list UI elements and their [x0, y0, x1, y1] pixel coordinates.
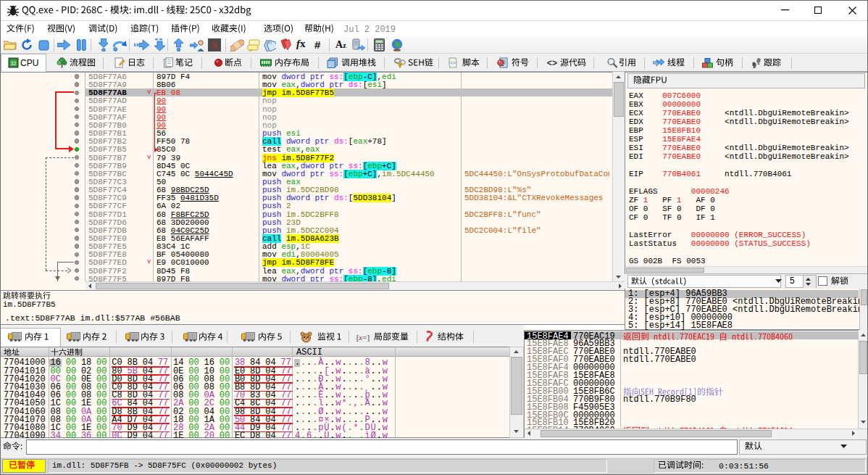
svg-text:<>: <>: [547, 59, 557, 67]
svg-text:32: 32: [11, 61, 17, 66]
svg-text:<>: <>: [450, 60, 456, 65]
svg-text:S: S: [212, 40, 217, 51]
